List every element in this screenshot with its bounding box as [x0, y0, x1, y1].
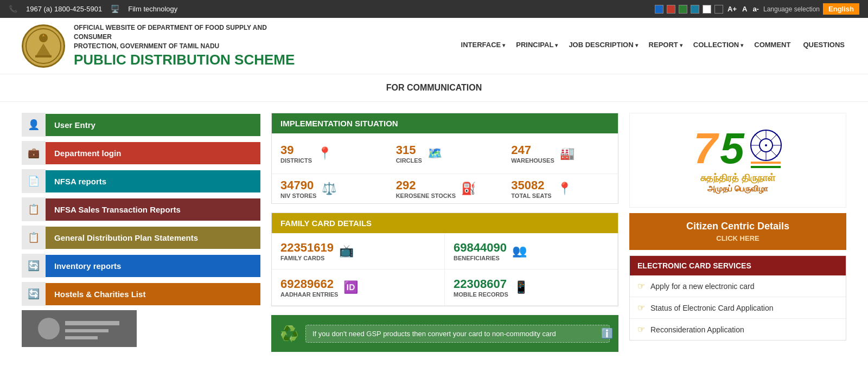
sidebar-item-inventory-reports[interactable]: 🔄 Inventory reports [22, 254, 260, 278]
inventory-label: Inventory reports [46, 255, 260, 277]
svg-point-12 [765, 144, 767, 146]
svg-rect-7 [65, 321, 119, 325]
for-communication: FOR COMMUNICATION [0, 74, 868, 102]
impl-warehouses: 247 WAREHOUSES 🏭 [502, 139, 618, 168]
phone-icon: 📞 [9, 5, 17, 13]
right-panel: 7 5 [629, 113, 846, 352]
color-dark[interactable] [714, 5, 723, 14]
impl-circles: 315 CIRCLES 🗺️ [387, 139, 503, 168]
svg-line-19 [771, 134, 777, 140]
family-cards-icon: 📺 [339, 244, 354, 258]
ecard-apply-label: Apply for a new electronic card [650, 282, 754, 291]
ecard-reconsideration[interactable]: ☞ Reconsideration Application [630, 319, 846, 340]
impl-niv-stores: 34790 NIV STORES ⚖️ [272, 174, 387, 203]
color-red[interactable] [667, 5, 675, 14]
dept-login-icon: 💼 [22, 141, 46, 165]
color-blue[interactable] [655, 5, 663, 14]
impl-grid-row2: 34790 NIV STORES ⚖️ 292 KEROSENE STOCKS … [272, 174, 618, 203]
citizen-centric-title: Citizen Centric Details [637, 221, 839, 232]
nav-collection[interactable]: COLLECTION [693, 41, 744, 51]
sidebar-item-nfsa-sales[interactable]: 📋 NFSA Sales Transaction Reports [22, 197, 260, 221]
gsp-banner: ♻️ If you don't need GSP products then c… [271, 315, 618, 352]
svg-rect-8 [65, 329, 108, 332]
banner-svg [22, 310, 137, 347]
color-white[interactable] [703, 5, 711, 14]
warehouses-icon: 🏭 [560, 146, 575, 160]
film-icon: 🖥️ [111, 5, 119, 13]
info-icon: ℹ️ [601, 328, 613, 339]
top-bar-left: 📞 1967 (a) 1800-425-5901 🖥️ Film technol… [9, 5, 177, 13]
family-header: FAMILY CARD DETAILS [272, 213, 618, 233]
bottom-banner-left [22, 310, 137, 347]
sidebar-item-user-entry[interactable]: 👤 User Entry [22, 113, 260, 137]
citizen-click-label: CLICK HERE [637, 234, 839, 242]
dept-login-label: Department login [46, 142, 260, 164]
film-label: Film technology [128, 5, 177, 13]
nfsa-reports-icon: 📄 [22, 169, 46, 193]
sidebar-item-hostels-charities[interactable]: 🔄 Hostels & Charities List [22, 282, 260, 306]
header: OFFICIAL WEBSITE OF DEPARTMENT OF FOOD S… [0, 18, 868, 74]
aadhaar-icon: 🆔 [343, 280, 358, 294]
azadi-5: 5 [720, 124, 744, 172]
impl-header: IMPLEMENTATION SITUATION [272, 113, 618, 133]
azadi-box: 7 5 [629, 113, 846, 208]
svg-line-20 [755, 150, 761, 157]
aadhaar-cell: 69289662 AADHAAR ENTRIES 🆔 [272, 269, 445, 306]
nav-principal[interactable]: PRINCIPAL [516, 41, 558, 51]
center-panel: IMPLEMENTATION SITUATION 39 DISTRICTS 📍 … [271, 113, 618, 352]
nav-job-description[interactable]: JOB DESCRIPTION [569, 41, 637, 51]
top-bar: 📞 1967 (a) 1800-425-5901 🖥️ Film technol… [0, 0, 868, 18]
lang-selection-label: Language selection [763, 5, 820, 13]
svg-rect-3 [35, 55, 52, 57]
family-card-box: FAMILY CARD DETAILS 22351619 FAMILY CARD… [271, 213, 618, 306]
flag-colors [751, 162, 781, 168]
sidebar-item-nfsa-reports[interactable]: 📄 NFSA reports [22, 169, 260, 193]
color-green[interactable] [679, 5, 687, 14]
nav-questions[interactable]: QUESTIONS [803, 41, 846, 51]
font-large-btn[interactable]: A+ [727, 5, 737, 13]
nfsa-sales-icon: 📋 [22, 197, 46, 221]
azadi-7: 7 [693, 124, 718, 172]
hostels-label: Hostels & Charities List [46, 283, 260, 305]
user-entry-label: User Entry [46, 114, 260, 136]
family-grid: 22351619 FAMILY CARDS 📺 69844090 BENEFIC… [272, 233, 618, 306]
ecard-status-label: Status of Electronic Card Application [650, 304, 773, 312]
ecard-apply[interactable]: ☞ Apply for a new electronic card [630, 275, 846, 297]
mobile-records-icon: 📱 [514, 280, 528, 294]
sidebar-item-gdp-statements[interactable]: 📋 General Distribution Plan Statements [22, 226, 260, 249]
azadi-tamil1: சுதந்திரத் திருநாள் [693, 172, 782, 184]
org-info: OFFICIAL WEBSITE OF DEPARTMENT OF FOOD S… [74, 23, 302, 68]
implementation-box: IMPLEMENTATION SITUATION 39 DISTRICTS 📍 … [271, 113, 618, 204]
logo-svg [24, 27, 62, 65]
beneficiaries-icon: 👥 [512, 244, 527, 258]
citizen-centric-btn[interactable]: Citizen Centric Details CLICK HERE [629, 213, 846, 250]
impl-districts: 39 DISTRICTS 📍 [272, 139, 387, 168]
gdp-icon: 📋 [22, 226, 46, 249]
ecard-reconsideration-label: Reconsideration Application [650, 325, 744, 334]
seats-icon: 📍 [557, 182, 572, 196]
scheme-name: PUBLIC DISTRIBUTION SCHEME [74, 52, 302, 68]
ecard-box: ELECTRONIC CARD SERVICES ☞ Apply for a n… [629, 255, 846, 341]
nav-interface[interactable]: INTERFACE [461, 41, 506, 51]
hostels-icon: 🔄 [22, 282, 46, 306]
impl-grid-row1: 39 DISTRICTS 📍 315 CIRCLES 🗺️ 247 WARE [272, 133, 618, 174]
gsp-text: If you don't need GSP products then conv… [312, 330, 556, 338]
nfsa-reports-label: NFSA reports [46, 170, 260, 192]
color-teal[interactable] [691, 5, 699, 14]
sidebar-item-dept-login[interactable]: 💼 Department login [22, 141, 260, 165]
circles-icon: 🗺️ [427, 146, 442, 160]
lang-english-btn[interactable]: English [823, 3, 859, 15]
chakra-svg [750, 129, 782, 162]
nav-report[interactable]: REPORT [649, 41, 682, 51]
ecard-status[interactable]: ☞ Status of Electronic Card Application [630, 297, 846, 319]
nfsa-sales-label: NFSA Sales Transaction Reports [46, 198, 260, 221]
font-normal-btn[interactable]: A [742, 5, 747, 13]
districts-icon: 📍 [317, 146, 332, 160]
font-small-btn[interactable]: a- [752, 5, 759, 13]
main-content: 👤 User Entry 💼 Department login 📄 NFSA r… [0, 102, 868, 363]
svg-line-17 [755, 134, 761, 140]
nav-comment[interactable]: COMMENT [754, 41, 792, 51]
beneficiaries-cell: 69844090 BENEFICIARIES 👥 [445, 233, 618, 269]
header-left: OFFICIAL WEBSITE OF DEPARTMENT OF FOOD S… [22, 23, 302, 68]
org-name: OFFICIAL WEBSITE OF DEPARTMENT OF FOOD S… [74, 23, 302, 50]
